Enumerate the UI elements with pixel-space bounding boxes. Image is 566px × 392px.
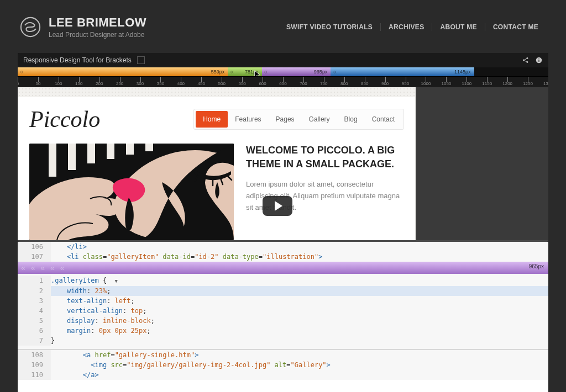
svg-rect-8: [49, 144, 56, 177]
preview-nav-home[interactable]: Home: [196, 111, 228, 128]
svg-point-6: [538, 58, 539, 59]
css-breakpoint-bar[interactable]: « « « « « 965px: [18, 262, 548, 274]
preview-area: Piccolo Home Features Pages Gallery Blog…: [18, 87, 548, 240]
adobe-cc-logo-icon: [20, 17, 41, 38]
preview-site-name: Piccolo: [29, 106, 100, 133]
site-subtitle: Lead Product Designer at Adobe: [49, 31, 146, 39]
preview-nav-gallery[interactable]: Gallery: [302, 111, 337, 128]
site-header: LEE BRIMELOW Lead Product Designer at Ad…: [0, 0, 566, 50]
ruler[interactable]: 0501001502002503003504004505005506006507…: [18, 76, 548, 87]
video-title: Responsive Design Tool for Brackets: [23, 56, 132, 64]
svg-rect-11: [107, 144, 114, 159]
share-icon[interactable]: [522, 56, 530, 64]
breakpoint-seg-3[interactable]: 965px: [262, 67, 331, 76]
site-title: LEE BRIMELOW: [49, 15, 146, 30]
svg-rect-13: [145, 144, 153, 151]
video-player: Responsive Design Tool for Brackets 559p…: [18, 53, 548, 242]
article-header: MAY 17, 2013: [18, 380, 548, 392]
breakpoint-bar[interactable]: 559px 781px 965px 1145px: [18, 67, 548, 76]
svg-rect-5: [538, 60, 539, 62]
preview-nav-contact[interactable]: Contact: [365, 111, 402, 128]
preview-empty: [416, 87, 548, 240]
nav-tutorials[interactable]: SWIFT VIDEO TUTORIALS: [279, 23, 380, 31]
info-icon[interactable]: [535, 56, 543, 64]
nav-contact[interactable]: CONTACT ME: [485, 23, 546, 31]
breakpoint-seg-2[interactable]: 781px: [228, 67, 261, 76]
preview-nav-pages[interactable]: Pages: [269, 111, 302, 128]
document-icon: [137, 56, 145, 64]
preview-nav-blog[interactable]: Blog: [337, 111, 365, 128]
svg-rect-10: [87, 144, 95, 163]
video-title-bar: Responsive Design Tool for Brackets: [18, 53, 548, 67]
preview-site-nav: Home Features Pages Gallery Blog Contact: [193, 109, 404, 130]
preview-canvas[interactable]: Piccolo Home Features Pages Gallery Blog…: [18, 87, 416, 240]
brand: LEE BRIMELOW Lead Product Designer at Ad…: [20, 15, 146, 39]
hero-image: [29, 144, 234, 240]
breakpoint-seg-4[interactable]: 1145px: [331, 67, 474, 76]
svg-rect-9: [68, 144, 76, 170]
preview-nav-features[interactable]: Features: [228, 111, 268, 128]
breakpoint-seg-1[interactable]: 559px: [18, 67, 228, 76]
main-nav: SWIFT VIDEO TUTORIALS ARCHIVES ABOUT ME …: [279, 23, 546, 31]
nav-about[interactable]: ABOUT ME: [432, 23, 484, 31]
hero-heading: WELCOME TO PICCOLO. A BIG THEME IN A SMA…: [246, 144, 404, 171]
code-editor[interactable]: 106 </li>107 <li class="galleryItem" dat…: [18, 242, 548, 380]
play-button[interactable]: [263, 196, 292, 216]
svg-rect-12: [126, 144, 134, 155]
nav-archives[interactable]: ARCHIVES: [380, 23, 432, 31]
